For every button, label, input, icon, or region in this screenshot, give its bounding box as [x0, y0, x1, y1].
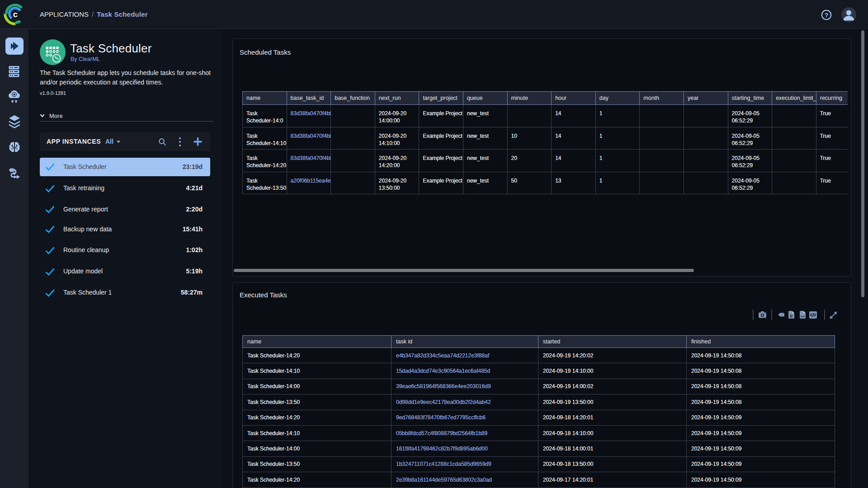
svg-text:c: c: [13, 9, 18, 19]
svg-text:csv: csv: [801, 315, 805, 318]
svg-text:?: ?: [825, 12, 828, 19]
svg-text:(j): (j): [790, 314, 793, 318]
